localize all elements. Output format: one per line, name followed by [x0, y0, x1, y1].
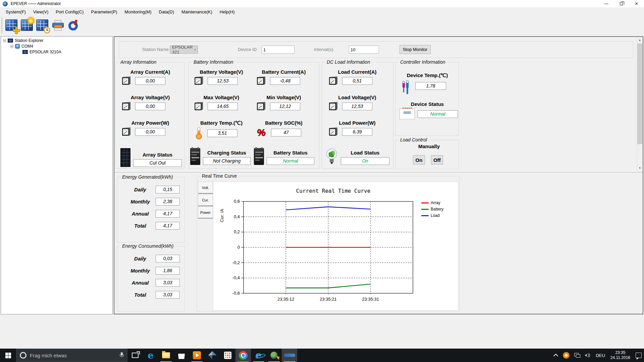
- restore-button[interactable]: [614, 0, 629, 7]
- battery-icon: [254, 148, 264, 165]
- load-on-button[interactable]: On: [413, 155, 425, 165]
- dc-load-information-group: DC Load Information Load Current(A) 0,51…: [322, 62, 393, 169]
- energy-row: Annual 4,17: [125, 207, 184, 220]
- group-title: DC Load Information: [325, 59, 372, 65]
- edge-icon: e: [148, 351, 153, 360]
- energy-row: Daily 0,15: [125, 183, 184, 195]
- device-temp-value: 1,78: [415, 82, 446, 90]
- battery-information-group: Battery Information Battery Voltage(V) 1…: [189, 62, 319, 169]
- print-icon[interactable]: [51, 18, 66, 34]
- load-power-label: Load Power(W): [327, 119, 387, 127]
- menu-help[interactable]: Help(H): [216, 8, 238, 16]
- power-exit-icon[interactable]: [66, 18, 81, 34]
- tray-chevron-up[interactable]: [552, 349, 560, 362]
- group-title: Energy Consumed(kWh): [120, 243, 175, 249]
- menu-view[interactable]: View(V): [30, 8, 52, 16]
- tray-clock[interactable]: 23:35 24.11.2016: [607, 350, 633, 360]
- meter-icon: [329, 76, 338, 85]
- svg-text:-0,6: -0,6: [232, 291, 240, 296]
- internet-explorer-icon: e: [256, 351, 262, 360]
- chevron-down-icon: ▾: [194, 48, 196, 52]
- manually-label: Manually: [409, 143, 449, 149]
- tray-antivirus[interactable]: [560, 349, 572, 362]
- energy-row: Monthly 1,86: [125, 264, 184, 277]
- menu-port-config[interactable]: Port Config(C): [52, 8, 87, 16]
- realtime-chart: Current Real Time CurveCur. /A0,60,40,20…: [213, 182, 458, 310]
- cortana-search-box[interactable]: [16, 349, 127, 362]
- scroll-up-icon[interactable]: ▲: [637, 38, 642, 43]
- menu-system[interactable]: System(F): [2, 8, 30, 16]
- collapse-icon[interactable]: [3, 39, 6, 42]
- legend-entry-battery: Battery: [421, 207, 443, 212]
- station-icon: [8, 39, 13, 43]
- tray-network[interactable]: [572, 349, 583, 362]
- taskbar-epever-app[interactable]: [282, 349, 297, 362]
- tray-language[interactable]: DEU: [593, 349, 607, 362]
- stop-monitor-button[interactable]: Stop Monitor: [399, 45, 431, 54]
- tray-date: 24.11.2016: [610, 355, 630, 360]
- meter-icon: [194, 102, 203, 111]
- taskbar-video-player[interactable]: [189, 349, 205, 362]
- tray-action-center[interactable]: [633, 349, 644, 362]
- collapse-icon[interactable]: [10, 45, 13, 48]
- legend-swatch: [421, 202, 429, 203]
- tray-volume[interactable]: [583, 349, 593, 362]
- taskbar-file-explorer[interactable]: [158, 349, 174, 362]
- scroll-down-icon[interactable]: ▼: [637, 166, 642, 171]
- tab-volt[interactable]: Volt.: [198, 182, 213, 194]
- group-title: Real Time Curve: [200, 173, 238, 179]
- vertical-scrollbar[interactable]: ▲ ▼: [637, 38, 642, 171]
- menu-parameter[interactable]: Parameter(P): [87, 8, 121, 16]
- tab-power[interactable]: Power: [198, 206, 213, 219]
- meter-icon: [122, 127, 131, 136]
- menu-data[interactable]: Data(D): [155, 8, 178, 16]
- array-current-value: 0,00: [135, 77, 165, 85]
- load-off-button[interactable]: Off: [431, 155, 443, 165]
- svg-text:0,2: 0,2: [234, 229, 240, 234]
- load-control-group: Load Control Manually On Off: [395, 140, 459, 169]
- station-monitor-icon[interactable]: [20, 18, 35, 34]
- monthly-label: Monthly: [125, 268, 156, 274]
- max-voltage-label: Max Voltage(V): [193, 93, 250, 102]
- menu-maintenance[interactable]: Maintenance(K): [178, 8, 216, 16]
- add-station-icon[interactable]: [5, 18, 19, 34]
- scrollbar-thumb[interactable]: [637, 44, 642, 144]
- taskbar-internet-explorer[interactable]: e: [251, 349, 266, 362]
- tree-item-com4[interactable]: COM4: [10, 44, 33, 49]
- menu-monitoring[interactable]: Monitoring(M): [121, 8, 155, 16]
- task-view-button[interactable]: [127, 349, 143, 362]
- tree-label: EPSOLAR 3210A: [30, 50, 61, 54]
- close-button[interactable]: ✕: [629, 0, 644, 7]
- app-logo-icon: [3, 1, 8, 6]
- tree-label: Station Explorer: [15, 38, 43, 43]
- station-name-select[interactable]: EPSOLAR 321 ▾: [170, 46, 198, 54]
- interval-input[interactable]: [349, 46, 379, 54]
- search-input[interactable]: [30, 353, 116, 358]
- tree-item-station-explorer[interactable]: Station Explorer: [3, 38, 43, 43]
- array-power-label: Array Power(W): [120, 119, 180, 127]
- device-id-input[interactable]: [262, 46, 294, 54]
- taskbar-downloader[interactable]: [266, 349, 282, 362]
- realtime-clock-icon[interactable]: [36, 18, 50, 34]
- annual-label: Annual: [125, 280, 156, 286]
- tab-cur[interactable]: Cur.: [198, 194, 213, 206]
- battery-soc-label: Battery SOC(%): [255, 119, 312, 127]
- taskbar-app-grid[interactable]: [220, 349, 235, 362]
- tree-item-epsolar-3210a[interactable]: EPSOLAR 3210A: [22, 49, 61, 55]
- taskbar-media-player[interactable]: [205, 349, 220, 362]
- start-button[interactable]: [0, 349, 16, 362]
- microphone-icon[interactable]: [120, 352, 124, 358]
- minimize-button[interactable]: —: [599, 0, 614, 7]
- monthly-value: 2,38: [156, 198, 180, 205]
- svg-text:23:35:21: 23:35:21: [320, 297, 337, 302]
- taskbar-edge[interactable]: e: [143, 349, 158, 362]
- energy-row: Total 3,03: [125, 289, 184, 301]
- min-voltage-label: Min Voltage(V): [255, 93, 312, 102]
- taskbar-chrome[interactable]: [235, 349, 251, 362]
- controller-icon: [399, 109, 415, 119]
- load-power-value: 6,39: [342, 128, 372, 136]
- taskbar-store[interactable]: [174, 349, 189, 362]
- svg-text:0: 0: [237, 245, 240, 250]
- folder-icon: [162, 352, 170, 358]
- device-temp-label: Device Temp.(℃): [399, 71, 455, 80]
